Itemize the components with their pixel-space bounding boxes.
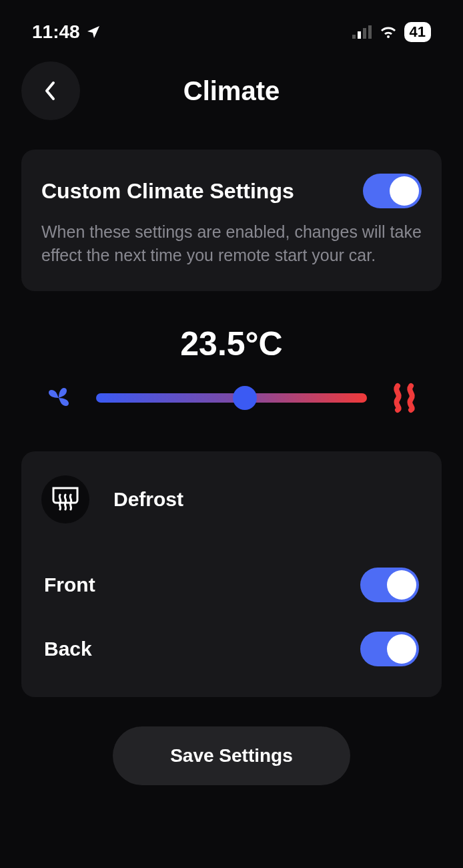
custom-settings-card: Custom Climate Settings When these setti… [21,150,442,291]
svg-rect-3 [368,25,372,39]
svg-rect-0 [352,35,356,39]
defrost-back-row: Back [41,617,422,681]
chevron-left-icon [44,80,57,101]
save-settings-button[interactable]: Save Settings [113,726,350,785]
defrost-front-toggle[interactable] [360,568,419,602]
fan-icon [43,382,75,414]
heat-icon [388,382,420,414]
defrost-icon [51,485,80,513]
battery-indicator: 41 [404,22,431,42]
back-button[interactable] [21,61,80,120]
defrost-back-toggle[interactable] [360,632,419,666]
location-icon [85,24,101,40]
cellular-icon [352,25,372,39]
temperature-slider[interactable] [96,393,367,403]
status-time: 11:48 [32,21,80,43]
svg-rect-1 [358,31,361,39]
svg-rect-2 [363,28,366,39]
custom-settings-toggle[interactable] [363,174,422,208]
temperature-slider-thumb[interactable] [233,386,257,410]
wifi-icon [379,25,398,39]
defrost-icon-wrap [41,475,89,523]
battery-level: 41 [410,23,426,41]
defrost-title: Defrost [113,488,183,511]
temperature-display: 23.5°C [0,324,463,363]
defrost-header: Defrost [41,475,422,523]
custom-settings-description: When these settings are enabled, changes… [41,220,422,267]
page-title: Climate [183,76,280,106]
custom-settings-title: Custom Climate Settings [41,179,294,204]
defrost-front-row: Front [41,553,422,617]
defrost-front-label: Front [44,574,95,596]
status-left: 11:48 [32,21,101,43]
status-right: 41 [352,22,431,42]
status-bar: 11:48 41 [0,0,463,49]
card-header-row: Custom Climate Settings [41,174,422,208]
defrost-back-label: Back [44,638,92,660]
temperature-slider-row [0,363,463,427]
defrost-card: Defrost Front Back [21,451,442,697]
nav-header: Climate [0,49,463,136]
